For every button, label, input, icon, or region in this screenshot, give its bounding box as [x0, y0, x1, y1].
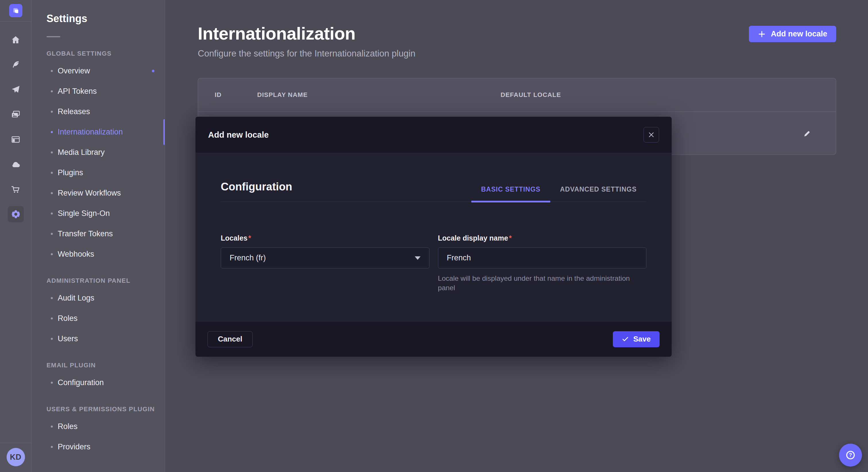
- section-header: EMAIL PLUGIN: [46, 362, 165, 369]
- bullet-icon: [51, 382, 53, 384]
- section-header: USERS & PERMISSIONS PLUGIN: [46, 405, 165, 413]
- bullet-icon: [51, 212, 53, 214]
- display-name-input[interactable]: [438, 247, 647, 268]
- sidebar-item-audit-logs[interactable]: Audit Logs: [32, 288, 165, 308]
- sidebar-item-users[interactable]: Users: [32, 329, 165, 349]
- rail-bottom-divider: [0, 443, 32, 443]
- plus-icon: [758, 30, 766, 38]
- page-title: Internationalization: [198, 24, 415, 43]
- display-name-label: Locale display name: [438, 234, 508, 242]
- icon-rail: KD: [0, 0, 32, 472]
- bullet-icon: [51, 111, 53, 113]
- paper-plane-icon[interactable]: [8, 81, 24, 98]
- bullet-icon: [51, 90, 53, 92]
- section-email-plugin: EMAIL PLUGIN Configuration: [32, 362, 165, 393]
- add-new-locale-button[interactable]: Add new locale: [749, 26, 836, 42]
- locales-select-value: French (fr): [229, 254, 266, 262]
- required-asterisk: *: [509, 234, 512, 242]
- column-header-display-name: DISPLAY NAME: [257, 91, 501, 99]
- modal-footer: Cancel Save: [195, 321, 672, 357]
- strapi-logo[interactable]: [9, 4, 22, 17]
- cloud-icon[interactable]: [8, 156, 24, 172]
- section-header: GLOBAL SETTINGS: [46, 50, 165, 57]
- layout-icon[interactable]: [8, 131, 24, 147]
- close-icon[interactable]: [644, 127, 659, 142]
- question-mark-icon: ?: [844, 449, 857, 461]
- media-pictures-icon[interactable]: [8, 106, 24, 123]
- bullet-icon: [51, 151, 53, 154]
- bullet-icon: [51, 338, 53, 340]
- section-users-permissions-plugin: USERS & PERMISSIONS PLUGIN Roles Provide…: [32, 405, 165, 457]
- shopping-cart-icon[interactable]: [8, 181, 24, 197]
- section-administration-panel: ADMINISTRATION PANEL Audit Logs Roles Us…: [32, 277, 165, 349]
- sidebar-title: Settings: [46, 12, 165, 25]
- chevron-down-icon: [415, 256, 421, 260]
- check-icon: [622, 336, 629, 343]
- cancel-button[interactable]: Cancel: [208, 331, 253, 347]
- display-name-field: Locale display name* Locale will be disp…: [438, 234, 647, 293]
- bullet-icon: [51, 70, 53, 72]
- user-avatar[interactable]: KD: [7, 448, 25, 466]
- page-header: Internationalization Configure the setti…: [198, 24, 836, 59]
- table-header-row: ID DISPLAY NAME DEFAULT LOCALE: [198, 78, 836, 112]
- feather-icon[interactable]: [8, 57, 24, 72]
- sidebar-item-webhooks[interactable]: Webhooks: [32, 244, 165, 264]
- locales-label: Locales: [221, 234, 247, 242]
- sidebar-item-transfer-tokens[interactable]: Transfer Tokens: [32, 224, 165, 244]
- column-header-id: ID: [215, 91, 257, 99]
- bullet-icon: [51, 192, 53, 194]
- settings-gear-icon[interactable]: [8, 206, 24, 222]
- notification-dot: [152, 70, 154, 72]
- configuration-header-row: Configuration BASIC SETTINGS ADVANCED SE…: [221, 153, 646, 202]
- sidebar-item-media-library[interactable]: Media Library: [32, 142, 165, 163]
- sidebar-item-admin-roles[interactable]: Roles: [32, 308, 165, 329]
- add-locale-modal: Add new locale Configuration BASIC SETTI…: [195, 117, 672, 357]
- column-header-default-locale: DEFAULT LOCALE: [501, 91, 779, 99]
- svg-text:?: ?: [849, 452, 852, 458]
- page-header-text: Internationalization Configure the setti…: [198, 24, 415, 59]
- section-header: ADMINISTRATION PANEL: [46, 277, 165, 284]
- sidebar-item-overview[interactable]: Overview: [32, 61, 165, 81]
- sidebar-item-api-tokens[interactable]: API Tokens: [32, 81, 165, 102]
- sidebar-item-email-configuration[interactable]: Configuration: [32, 372, 165, 393]
- modal-body: Configuration BASIC SETTINGS ADVANCED SE…: [195, 153, 672, 321]
- bullet-icon: [51, 172, 53, 174]
- sidebar-item-plugins[interactable]: Plugins: [32, 163, 165, 183]
- settings-sidebar: Settings GLOBAL SETTINGS Overview API To…: [32, 0, 165, 472]
- bullet-icon: [51, 253, 53, 255]
- form-fields: Locales* French (fr) Locale display name…: [221, 234, 646, 293]
- sidebar-item-review-workflows[interactable]: Review Workflows: [32, 183, 165, 203]
- bullet-icon: [51, 317, 53, 319]
- section-global-settings: GLOBAL SETTINGS Overview API Tokens Rele…: [32, 50, 165, 264]
- locales-field: Locales* French (fr): [221, 234, 429, 293]
- help-button[interactable]: ?: [839, 444, 862, 467]
- sidebar-item-single-sign-on[interactable]: Single Sign-On: [32, 203, 165, 224]
- app-window: KD Settings GLOBAL SETTINGS Overview API…: [0, 0, 868, 472]
- bullet-icon: [51, 233, 53, 235]
- modal-header: Add new locale: [195, 117, 672, 153]
- bullet-icon: [51, 426, 53, 428]
- required-asterisk: *: [248, 234, 251, 242]
- page-subtitle: Configure the settings for the Internati…: [198, 48, 415, 59]
- display-name-hint: Locale will be displayed under that name…: [438, 274, 645, 293]
- home-icon[interactable]: [8, 32, 24, 47]
- sidebar-item-up-roles[interactable]: Roles: [32, 416, 165, 437]
- rail-divider: [0, 22, 32, 22]
- modal-title: Add new locale: [208, 130, 269, 140]
- configuration-title: Configuration: [221, 181, 292, 202]
- tab-basic-settings[interactable]: BASIC SETTINGS: [471, 186, 550, 202]
- bullet-icon: [51, 297, 53, 299]
- locales-select[interactable]: French (fr): [221, 247, 429, 268]
- settings-tabs: BASIC SETTINGS ADVANCED SETTINGS: [471, 186, 646, 202]
- sidebar-item-internationalization[interactable]: Internationalization: [32, 122, 165, 142]
- rail-icon-list: [8, 32, 24, 231]
- edit-pencil-icon[interactable]: [799, 125, 815, 141]
- sidebar-item-providers[interactable]: Providers: [32, 437, 165, 457]
- save-button[interactable]: Save: [613, 331, 660, 347]
- tab-advanced-settings[interactable]: ADVANCED SETTINGS: [550, 186, 646, 202]
- sidebar-accent-line: [46, 36, 60, 37]
- bullet-icon: [51, 446, 53, 448]
- bullet-icon: [51, 131, 53, 133]
- strapi-logo-icon: [11, 6, 21, 15]
- sidebar-item-releases[interactable]: Releases: [32, 102, 165, 122]
